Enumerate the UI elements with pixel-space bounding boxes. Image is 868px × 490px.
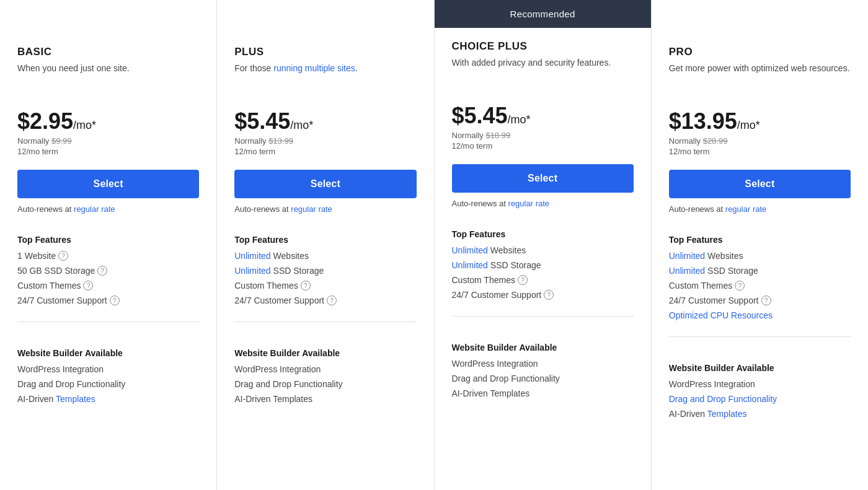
- builder-label-basic: Website Builder Available: [17, 348, 199, 358]
- builder-text: Drag and Drop Functionality: [452, 374, 560, 383]
- feature-text: 24/7 Customer Support: [17, 295, 107, 305]
- price-normal-plus: Normally $13.99: [234, 136, 416, 146]
- plan-name-plus: PLUS: [234, 46, 416, 58]
- price-main-plus: $5.45/mo*: [234, 110, 416, 133]
- spacer: [234, 12, 416, 46]
- feature-text: 24/7 Customer Support: [669, 295, 759, 305]
- regular-rate-link-basic[interactable]: regular rate: [74, 204, 115, 214]
- feature-item-basic-3: 24/7 Customer Support?: [17, 295, 199, 305]
- strikethrough-price: $13.99: [268, 136, 293, 146]
- builder-text: AI-Driven Templates: [17, 394, 95, 404]
- builder-text: AI-Driven Templates: [234, 394, 312, 404]
- price-main-basic: $2.95/mo*: [17, 110, 199, 133]
- plan-name-basic: BASIC: [17, 46, 199, 58]
- templates-link-pro[interactable]: Templates: [707, 409, 747, 419]
- builder-section-choice-plus: Website Builder AvailableWordPress Integ…: [452, 334, 634, 403]
- select-button-pro[interactable]: Select: [669, 170, 851, 198]
- feature-link-choice-plus-1[interactable]: Unlimited: [452, 260, 488, 270]
- info-icon: ?: [97, 266, 107, 276]
- feature-link-pro-4[interactable]: Optimized CPU Resources: [669, 310, 773, 320]
- plan-desc-choice-plus: With added privacy and security features…: [452, 56, 634, 94]
- divider-plus: [234, 322, 416, 322]
- select-button-basic[interactable]: Select: [17, 170, 199, 198]
- feature-link-pro-1[interactable]: Unlimited: [669, 266, 705, 276]
- regular-rate-link-choice-plus[interactable]: regular rate: [508, 199, 549, 208]
- feature-text: Custom Themes: [669, 281, 732, 291]
- feature-item-pro-4: Optimized CPU Resources: [669, 310, 851, 320]
- features-list-basic: 1 Website?50 GB SSD Storage?Custom Theme…: [17, 251, 199, 310]
- builder-text: Drag and Drop Functionality: [17, 379, 125, 389]
- recommended-badge: Recommended: [435, 0, 651, 28]
- divider-basic: [17, 322, 199, 322]
- feature-item-choice-plus-0: Unlimited Websites: [452, 245, 634, 255]
- builder-item-choice-plus-2: AI-Driven Templates: [452, 388, 634, 398]
- feature-link-choice-plus-0[interactable]: Unlimited: [452, 245, 488, 255]
- feature-item-pro-3: 24/7 Customer Support?: [669, 295, 851, 305]
- top-features-label-choice-plus: Top Features: [452, 229, 634, 239]
- builder-item-pro-0: WordPress Integration: [669, 379, 851, 389]
- builder-item-plus-0: WordPress Integration: [234, 364, 416, 374]
- price-term-choice-plus: 12/mo term: [452, 141, 634, 151]
- price-term-plus: 12/mo term: [234, 147, 416, 156]
- price-term-basic: 12/mo term: [17, 147, 199, 156]
- plan-desc-basic: When you need just one site.: [17, 62, 199, 99]
- plan-name-pro: PRO: [669, 46, 851, 58]
- builder-text: WordPress Integration: [669, 379, 755, 389]
- select-button-choice-plus[interactable]: Select: [452, 164, 634, 193]
- builder-label-plus: Website Builder Available: [234, 348, 416, 358]
- info-icon: ?: [58, 251, 68, 261]
- per-mo: /mo*: [73, 119, 96, 131]
- feature-item-basic-2: Custom Themes?: [17, 281, 199, 291]
- feature-item-plus-0: Unlimited Websites: [234, 251, 416, 261]
- select-button-plus[interactable]: Select: [234, 170, 416, 198]
- feature-item-pro-2: Custom Themes?: [669, 281, 851, 291]
- price-normal-basic: Normally $9.99: [17, 136, 199, 146]
- builder-section-plus: Website Builder AvailableWordPress Integ…: [234, 339, 416, 409]
- builder-section-basic: Website Builder AvailableWordPress Integ…: [17, 339, 199, 409]
- feature-text: 24/7 Customer Support: [234, 295, 324, 305]
- builder-item-basic-1: Drag and Drop Functionality: [17, 379, 199, 389]
- spacer: [669, 12, 851, 46]
- feature-link-pro-0[interactable]: Unlimited: [669, 251, 705, 261]
- price-block-plus: $5.45/mo* Normally $13.99 12/mo term: [234, 110, 416, 156]
- feature-text: 1 Website: [17, 251, 56, 261]
- builder-label-choice-plus: Website Builder Available: [452, 343, 634, 352]
- feature-item-basic-0: 1 Website?: [17, 251, 199, 261]
- builder-item-basic-2: AI-Driven Templates: [17, 394, 199, 404]
- feature-text: 50 GB SSD Storage: [17, 266, 95, 276]
- plan-col-choice-plus: RecommendedCHOICE PLUSWith added privacy…: [435, 0, 652, 490]
- builder-text: AI-Driven Templates: [452, 388, 530, 398]
- strikethrough-price: $28.99: [703, 136, 728, 146]
- features-list-choice-plus: Unlimited WebsitesUnlimited SSD StorageC…: [452, 245, 634, 305]
- features-list-plus: Unlimited WebsitesUnlimited SSD StorageC…: [234, 251, 416, 310]
- feature-item-choice-plus-3: 24/7 Customer Support?: [452, 290, 634, 300]
- per-mo: /mo*: [508, 113, 531, 126]
- builder-label-pro: Website Builder Available: [669, 363, 851, 373]
- feature-item-plus-2: Custom Themes?: [234, 281, 416, 291]
- templates-link-basic[interactable]: Templates: [56, 394, 95, 404]
- info-icon: ?: [83, 281, 93, 291]
- info-icon: ?: [301, 281, 311, 291]
- regular-rate-link-pro[interactable]: regular rate: [725, 204, 766, 214]
- strikethrough-price: $9.99: [51, 136, 72, 146]
- regular-rate-link-plus[interactable]: regular rate: [291, 204, 332, 214]
- drag-drop-link-pro[interactable]: Drag and Drop Functionality: [669, 394, 777, 404]
- price-term-pro: 12/mo term: [669, 147, 851, 156]
- plan-desc-pro: Get more power with optimized web resour…: [669, 62, 851, 99]
- plan-col-plus: PLUSFor those running multiple sites. $5…: [217, 0, 434, 490]
- price-block-pro: $13.95/mo* Normally $28.99 12/mo term: [669, 110, 851, 156]
- builder-item-basic-0: WordPress Integration: [17, 364, 199, 374]
- builder-text: Drag and Drop Functionality: [234, 379, 342, 389]
- builder-item-choice-plus-1: Drag and Drop Functionality: [452, 374, 634, 383]
- plan-desc-plus: For those running multiple sites.: [234, 62, 416, 99]
- builder-text: WordPress Integration: [452, 359, 538, 369]
- builder-text: WordPress Integration: [234, 364, 321, 374]
- price-main-pro: $13.95/mo*: [669, 110, 851, 133]
- builder-text: AI-Driven Templates: [669, 409, 747, 419]
- price-block-basic: $2.95/mo* Normally $9.99 12/mo term: [17, 110, 199, 156]
- price-main-choice-plus: $5.45/mo*: [452, 105, 634, 127]
- feature-link-plus-0[interactable]: Unlimited: [234, 251, 270, 261]
- feature-link-plus-1[interactable]: Unlimited: [234, 266, 270, 276]
- feature-text: 24/7 Customer Support: [452, 290, 542, 300]
- plan-name-choice-plus: CHOICE PLUS: [452, 40, 634, 53]
